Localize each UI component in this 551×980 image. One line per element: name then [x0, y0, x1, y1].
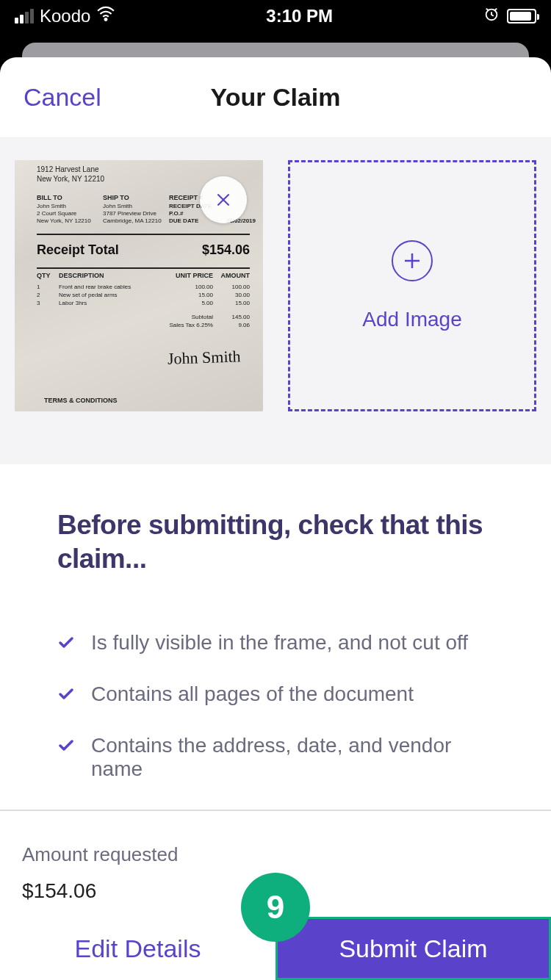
battery-icon: [507, 9, 536, 24]
receipt-text: 2 Court Square: [37, 210, 103, 217]
receipt-label: BILL TO: [37, 194, 103, 203]
receipt-signature: John Smith: [168, 347, 241, 368]
submit-claim-button[interactable]: Submit Claim: [276, 917, 551, 980]
edit-details-button[interactable]: Edit Details: [0, 917, 276, 980]
checklist-item: Is fully visible in the frame, and not c…: [57, 631, 494, 655]
amount-requested-label: Amount requested: [22, 843, 529, 866]
svg-point-0: [105, 18, 107, 21]
receipt-text: John Smith: [103, 203, 169, 210]
receipt-label: SHIP TO: [103, 194, 169, 203]
signal-icon: [15, 9, 34, 24]
close-icon: [214, 190, 233, 209]
check-icon: [57, 737, 75, 754]
receipt-text: Cambridge, MA 12210: [103, 217, 169, 225]
receipt-thumbnail[interactable]: 1912 Harvest Lane New York, NY 12210 BIL…: [15, 160, 263, 411]
alarm-icon: [483, 6, 500, 26]
receipt-label: DUE DATE: [169, 217, 198, 225]
add-image-button[interactable]: Add Image: [288, 160, 536, 411]
checklist-item: Contains all pages of the document: [57, 682, 494, 706]
checklist-heading: Before submitting, check that this claim…: [57, 508, 494, 577]
clock: 3:10 PM: [266, 6, 333, 26]
receipt-col: DESCRIPTION: [59, 272, 169, 279]
nav-bar: Cancel Your Claim: [0, 57, 551, 138]
step-badge: 9: [241, 873, 310, 942]
receipt-col: UNIT PRICE: [169, 272, 213, 279]
wifi-icon: [96, 4, 115, 28]
receipt-total-label: Receipt Total: [37, 242, 119, 258]
footer: Amount requested $154.06 Edit Details Su…: [0, 810, 551, 980]
receipt-addr: 1912 Harvest Lane: [37, 165, 256, 174]
add-image-label: Add Image: [362, 308, 461, 331]
receipt-col: AMOUNT: [213, 272, 250, 279]
checklist-item: Contains the address, date, and vendor n…: [57, 734, 494, 781]
receipt-terms: TERMS & CONDITIONS: [44, 397, 118, 404]
receipt-total-value: $154.06: [202, 242, 250, 258]
status-bar: Koodo 3:10 PM: [0, 0, 551, 32]
checklist-item-text: Contains the address, date, and vendor n…: [91, 734, 494, 781]
image-row: 1912 Harvest Lane New York, NY 12210 BIL…: [0, 138, 551, 464]
plus-icon: [392, 240, 433, 281]
checklist-item-text: Is fully visible in the frame, and not c…: [91, 631, 468, 655]
cancel-button[interactable]: Cancel: [24, 83, 101, 112]
receipt-text: 3787 Pineview Drive: [103, 210, 169, 217]
receipt-text: New York, NY 12210: [37, 217, 103, 225]
receipt-col: QTY: [37, 272, 59, 279]
page-title: Your Claim: [211, 83, 341, 112]
receipt-text: John Smith: [37, 203, 103, 210]
checklist-item-text: Contains all pages of the document: [91, 682, 414, 706]
check-icon: [57, 634, 75, 652]
check-icon: [57, 685, 75, 703]
carrier-label: Koodo: [40, 6, 90, 26]
checklist: Is fully visible in the frame, and not c…: [57, 631, 494, 832]
remove-image-button[interactable]: [200, 176, 247, 223]
